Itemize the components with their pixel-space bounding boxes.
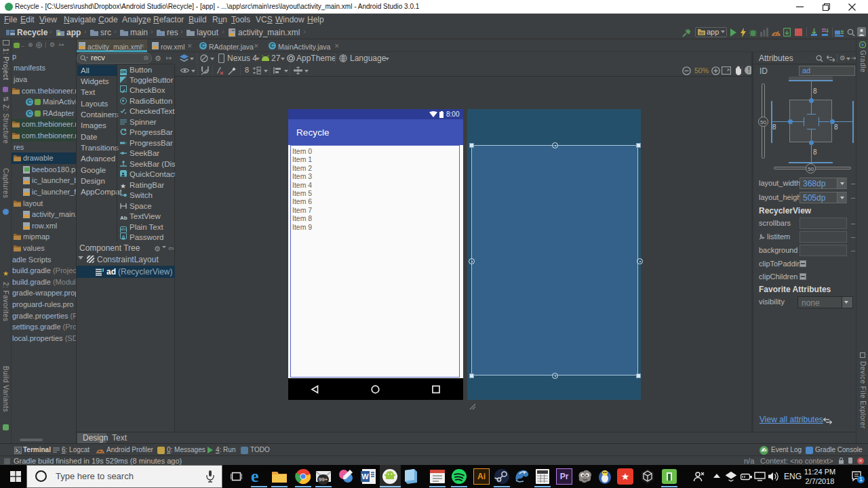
svg-text:W: W — [361, 472, 369, 481]
